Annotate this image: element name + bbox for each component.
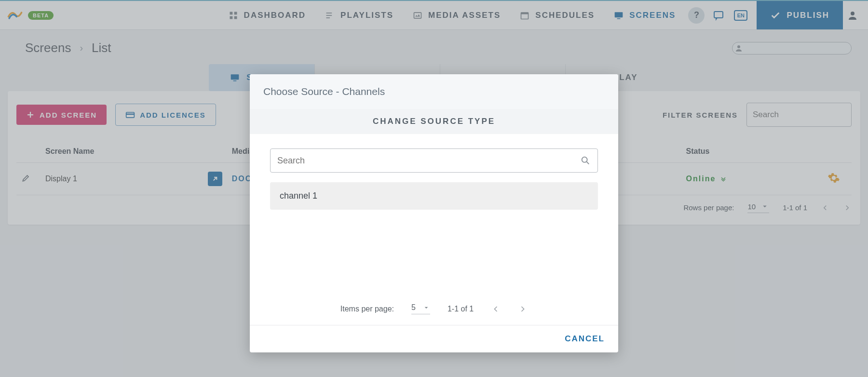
cancel-button[interactable]: CANCEL — [565, 334, 605, 344]
page-next-icon[interactable] — [518, 304, 528, 314]
items-range: 1-1 of 1 — [448, 305, 474, 313]
items-per-page-select[interactable]: 5 — [411, 303, 430, 314]
choose-source-modal: Choose Source - Channels CHANGE SOURCE T… — [250, 74, 618, 352]
chevron-down-icon — [422, 304, 430, 311]
modal-search[interactable] — [270, 148, 598, 173]
page-prev-icon[interactable] — [491, 304, 501, 314]
modal-search-input[interactable] — [277, 156, 580, 166]
search-icon — [580, 155, 591, 166]
modal-title: Choose Source - Channels — [250, 74, 618, 109]
channel-option[interactable]: channel 1 — [270, 182, 598, 210]
change-source-type-button[interactable]: CHANGE SOURCE TYPE — [250, 109, 618, 134]
items-per-page-label: Items per page: — [340, 305, 394, 313]
svg-point-20 — [582, 157, 587, 162]
items-per-page-value: 5 — [411, 303, 416, 312]
modal-footer: CANCEL — [250, 325, 618, 352]
modal-pagination: Items per page: 5 1-1 of 1 — [250, 287, 618, 325]
